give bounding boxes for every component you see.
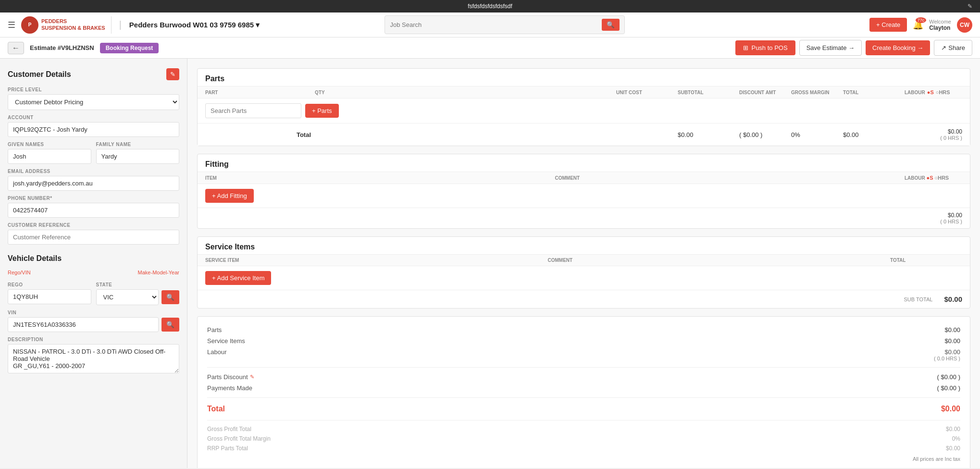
rego-vin-label: Rego/VIN (8, 270, 132, 275)
nav-logo: P PEDDERSSUSPENSION & BRAKES (21, 16, 112, 34)
state-label: STATE (96, 282, 180, 287)
description-label: DESCRIPTION (8, 337, 179, 342)
user-avatar[interactable]: CW (957, 17, 972, 33)
parts-discount-edit-icon[interactable]: ✎ (250, 374, 254, 380)
create-booking-label: Create Booking → (872, 44, 923, 51)
location-chevron: ▾ (256, 21, 260, 29)
parts-table-header: PART QTY UNIT COST SUBTOTAL DISCOUNT AMT… (198, 86, 970, 99)
push-to-pos-button[interactable]: ⊞ Push to POS (735, 40, 795, 55)
banner-text: fsfdsfdsfdsfdsfsdf (468, 3, 512, 10)
given-names-input[interactable] (8, 149, 91, 164)
parts-col-total: TOTAL (843, 90, 901, 95)
fitting-col-item: ITEM (205, 175, 551, 181)
booking-request-badge: Booking Request (100, 43, 159, 53)
service-col-comment: COMMENT (548, 258, 887, 263)
customer-ref-input[interactable] (8, 230, 179, 245)
rego-vin-inline-labels: Rego/VIN Make-Model-Year (8, 270, 179, 275)
parts-discount-value: ( $0.00 ) (937, 373, 960, 381)
account-field: ACCOUNT (8, 115, 179, 137)
phone-input[interactable] (8, 203, 179, 218)
summary-parts-row: Parts $0.00 (207, 324, 960, 335)
sub-total-label: SUB TOTAL (904, 296, 933, 302)
job-search-button[interactable]: 🔍 (602, 19, 620, 31)
parts-input-row: + Parts (198, 99, 970, 123)
labour-radio-hrs[interactable]: ○HRS (936, 89, 950, 95)
gross-profit-row: Gross Profit Total $0.00 (207, 424, 960, 434)
save-estimate-button[interactable]: Save Estimate → (799, 40, 862, 56)
share-label: Share (948, 44, 965, 51)
summary-labour-values: $0.00 ( 0.0 HRS ) (934, 348, 960, 361)
service-table-header: SERVICE ITEM COMMENT TOTAL (198, 255, 970, 266)
service-items-title: Service Items (198, 237, 970, 255)
add-service-item-button[interactable]: + Add Service Item (205, 271, 271, 285)
gross-profit-label: Gross Profit Total (207, 426, 251, 432)
state-select[interactable]: VIC NSW QLD (96, 289, 159, 305)
rego-search-button[interactable]: 🔍 (161, 290, 179, 304)
vehicle-details-title: Vehicle Details (8, 254, 179, 263)
left-panel: Customer Details ✎ PRICE LEVEL Customer … (0, 59, 187, 468)
parts-col-part: PART (205, 90, 311, 95)
gross-profit-margin-value: 0% (952, 435, 960, 442)
price-level-label: PRICE LEVEL (8, 87, 179, 92)
vin-input[interactable] (8, 317, 159, 332)
labour-radio-s[interactable]: ●S (927, 89, 934, 95)
fitting-labour-hrs: ( 0 HRS ) (940, 219, 962, 224)
parts-discount-label: Parts Discount (207, 373, 248, 381)
customer-details-edit-button[interactable]: ✎ (166, 68, 179, 80)
parts-total-gross-margin: 0% (791, 131, 839, 138)
summary-payments-row: Payments Made ( $0.00 ) (207, 383, 960, 394)
rrp-parts-value: $0.00 (946, 445, 960, 452)
create-button[interactable]: + Create (869, 18, 907, 32)
share-button[interactable]: ↗ Share (934, 40, 972, 56)
create-booking-button[interactable]: Create Booking → (866, 40, 930, 55)
back-button[interactable]: ← (8, 42, 24, 54)
parts-discount-label-container: Parts Discount ✎ (207, 373, 254, 381)
summary-service-label: Service Items (207, 337, 245, 345)
email-input[interactable] (8, 176, 179, 191)
rego-label: REGO (8, 282, 91, 287)
add-fitting-button[interactable]: + Add Fitting (205, 189, 254, 203)
email-field: EMAIL ADDRESS (8, 169, 179, 191)
description-textarea[interactable]: NISSAN - PATROL - 3.0 DTi - 3.0 DTi AWD … (8, 344, 179, 373)
parts-col-qty: QTY (315, 90, 612, 95)
notification-bell[interactable]: 🔔 77c (913, 20, 923, 30)
hamburger-icon[interactable]: ☰ (8, 20, 15, 30)
parts-labour-hrs: ( 0 HRS ) (905, 135, 962, 141)
vin-search-button[interactable]: 🔍 (161, 318, 179, 332)
parts-total-label: Total (205, 131, 311, 138)
parts-col-unit-cost: UNIT COST (616, 90, 674, 95)
account-label: ACCOUNT (8, 115, 179, 120)
rego-input[interactable] (8, 289, 91, 304)
family-name-input[interactable] (96, 149, 180, 164)
sub-nav-actions: ⊞ Push to POS Save Estimate → Create Boo… (735, 40, 972, 56)
add-parts-button[interactable]: + Parts (305, 104, 339, 118)
fitting-section-title: Fitting (198, 154, 970, 172)
location-text: Pedders Burwood W01 03 9759 6985 (129, 21, 254, 29)
fitting-total-row: $0.00 ( 0 HRS ) (198, 208, 970, 228)
fitting-col-labour: LABOUR ●S ○HRS (905, 175, 962, 181)
welcome-name: Clayton (929, 25, 951, 31)
sub-nav: ← Estimate #V9LHZNSN Booking Request ⊞ P… (0, 37, 980, 59)
parts-labour-value: $0.00 (905, 128, 962, 135)
fitting-labour-radio-s[interactable]: ●S (927, 175, 933, 181)
parts-search-input[interactable] (205, 103, 301, 118)
service-col-total: TOTAL (890, 258, 962, 263)
account-input[interactable] (8, 122, 179, 137)
nav-divider: | (119, 19, 122, 30)
notification-badge: 77c (916, 17, 927, 23)
phone-field: PHONE NUMBER* (8, 196, 179, 218)
job-search-input[interactable] (390, 21, 598, 28)
save-estimate-label: Save Estimate → (806, 44, 855, 51)
family-name-label: FAMILY NAME (96, 142, 180, 147)
fitting-labour-radio-hrs[interactable]: ○HRS (934, 175, 949, 181)
service-input-row: + Add Service Item (198, 266, 970, 290)
gross-profit-value: $0.00 (946, 426, 960, 432)
price-level-select[interactable]: Customer Debtor Pricing (8, 94, 179, 110)
gross-profit-margin-label: Gross Profit Total Margin (207, 435, 271, 442)
customer-ref-label: CUSTOMER REFERENCE (8, 222, 179, 228)
nav-location[interactable]: Pedders Burwood W01 03 9759 6985 ▾ (129, 21, 260, 29)
navbar: ☰ P PEDDERSSUSPENSION & BRAKES | Pedders… (0, 12, 980, 37)
banner-edit-icon[interactable]: ✎ (968, 3, 972, 10)
parts-section: Parts PART QTY UNIT COST SUBTOTAL DISCOU… (197, 68, 970, 146)
parts-col-subtotal: SUBTOTAL (678, 90, 735, 95)
